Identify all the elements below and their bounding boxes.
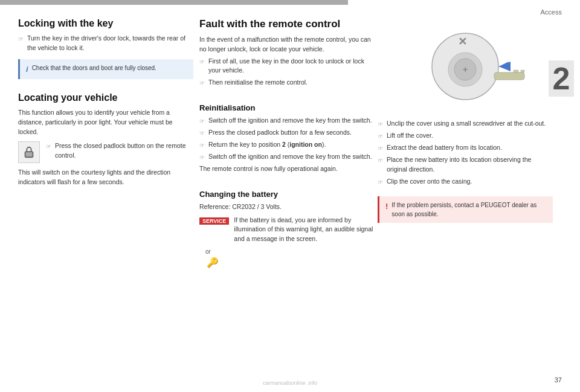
- locking-title: Locking with the key: [18, 18, 193, 29]
- locking-bullet-text: Turn the key in the driver's door lock, …: [27, 34, 193, 53]
- key-diagram: + ✕: [405, 18, 526, 112]
- lock-icon-box: [18, 141, 40, 163]
- locating-footer: This will switch on the courtesy lights …: [18, 168, 193, 187]
- reinit-bullet-text-4: Switch off the ignition and remove the k…: [208, 152, 372, 162]
- fault-bullet-text-1: First of all, use the key in the door lo…: [208, 57, 375, 76]
- key-image-container: + ✕: [378, 18, 553, 113]
- battery-reference: Reference: CR2032 / 3 Volts.: [199, 202, 375, 212]
- bullet-arrow-icon-r3: ☞: [378, 144, 383, 153]
- reinit-bullet-2: ☞ Press the closed padlock button for a …: [199, 128, 375, 138]
- bullet-arrow-icon-2: ☞: [46, 142, 51, 151]
- bullet-arrow-icon-6: ☞: [199, 129, 205, 138]
- reinit-bullet-4: ☞ Switch off the ignition and remove the…: [199, 152, 375, 162]
- reinit-bullet-3: ☞ Return the key to position 2 (ignition…: [199, 140, 375, 150]
- bullet-arrow-icon: ☞: [18, 34, 24, 43]
- reinit-bullet-text-2: Press the closed padlock button for a fe…: [208, 128, 352, 138]
- left-column: Locking with the key ☞ Turn the key in t…: [18, 18, 193, 190]
- lock-icon: [22, 146, 36, 159]
- locking-info-text: Check that the doors and boot are fully …: [32, 63, 156, 72]
- locating-body: This function allows you to identify you…: [18, 108, 193, 137]
- locking-info-box: i Check that the doors and boot are full…: [18, 59, 193, 80]
- right-bullet-text-3: Extract the dead battery from its locati…: [387, 143, 502, 153]
- right-column: + ✕ ☞ Unclip the cover using a small scr…: [378, 18, 553, 229]
- fault-bullet-text-2: Then reinitialise the remote control.: [208, 78, 308, 88]
- page-category: Access: [541, 8, 562, 16]
- warning-box: ! If the problem persists, contact a PEU…: [378, 196, 553, 223]
- battery-intro-text: If the battery is dead, you are informed…: [234, 216, 375, 244]
- right-bullet-text-5: Clip the cover onto the casing.: [387, 177, 472, 187]
- locating-lock-bullet: ☞ Press the closed padlock button on the…: [18, 141, 193, 163]
- reinit-bullet-1: ☞ Switch off the ignition and remove the…: [199, 116, 375, 126]
- fault-intro: In the event of a malfunction with the r…: [199, 35, 375, 54]
- right-bullet-3: ☞ Extract the dead battery from its loca…: [378, 143, 553, 153]
- page-number: 37: [555, 376, 562, 384]
- reinit-section: Reinitialisation ☞ Switch off the igniti…: [199, 103, 375, 174]
- right-bullet-text-4: Place the new battery into its location …: [387, 155, 553, 175]
- reinit-footer: The remote control is now fully operatio…: [199, 164, 375, 174]
- fault-bullet-2: ☞ Then reinitialise the remote control.: [199, 78, 375, 88]
- battery-section: Changing the battery Reference: CR2032 /…: [199, 190, 375, 268]
- info-icon: i: [26, 63, 28, 76]
- bullet-arrow-icon-7: ☞: [199, 141, 205, 150]
- svg-rect-7: [494, 72, 524, 80]
- svg-marker-6: [498, 62, 511, 71]
- reinit-bullet-text-3: Return the key to position 2 (ignition o…: [208, 140, 326, 150]
- bullet-arrow-icon-r1: ☞: [378, 120, 383, 129]
- battery-title: Changing the battery: [199, 190, 375, 199]
- fault-bullet-1: ☞ First of all, use the key in the door …: [199, 57, 375, 76]
- locating-lock-text: ☞ Press the closed padlock button on the…: [46, 141, 193, 161]
- svg-rect-8: [514, 70, 518, 72]
- bullet-arrow-icon-4: ☞: [199, 79, 205, 88]
- fault-title: Fault with the remote control: [199, 18, 375, 30]
- reinit-bullet-text-1: Switch off the ignition and remove the k…: [208, 116, 372, 126]
- key-symbol-icon: 🔑: [207, 257, 219, 268]
- bullet-arrow-icon-r5: ☞: [378, 178, 383, 187]
- right-bullet-5: ☞ Clip the cover onto the casing.: [378, 177, 553, 187]
- right-bullet-text-2: Lift off the cover.: [387, 131, 433, 141]
- svg-text:+: +: [463, 65, 468, 74]
- right-bullet-1: ☞ Unclip the cover using a small screwdr…: [378, 119, 553, 129]
- key-symbol-row: 🔑: [207, 257, 375, 268]
- battery-info-row: SERVICE If the battery is dead, you are …: [199, 216, 375, 246]
- bullet-arrow-icon-r4: ☞: [378, 156, 383, 165]
- right-bullet-text-1: Unclip the cover using a small screwdriv…: [387, 119, 546, 129]
- warning-icon: !: [385, 201, 388, 213]
- svg-rect-0: [25, 152, 33, 157]
- bullet-arrow-icon-8: ☞: [199, 153, 205, 162]
- right-bullet-2: ☞ Lift off the cover.: [378, 131, 553, 141]
- bullet-arrow-icon-r2: ☞: [378, 132, 383, 141]
- fault-section: Fault with the remote control In the eve…: [199, 18, 375, 88]
- service-badge: SERVICE: [199, 217, 229, 225]
- warning-text: If the problem persists, contact a PEUGE…: [392, 201, 547, 219]
- locking-section: Locking with the key ☞ Turn the key in t…: [18, 18, 193, 79]
- reinit-title: Reinitialisation: [199, 103, 375, 112]
- right-bullet-4: ☞ Place the new battery into its locatio…: [378, 155, 553, 175]
- locating-section: Locating your vehicle This function allo…: [18, 92, 193, 187]
- locating-lock-label: Press the closed padlock button on the r…: [55, 141, 193, 161]
- svg-rect-9: [521, 70, 524, 72]
- or-label: or: [205, 248, 375, 255]
- locating-title: Locating your vehicle: [18, 92, 193, 103]
- bullet-arrow-icon-3: ☞: [199, 57, 205, 66]
- bullet-arrow-icon-5: ☞: [199, 117, 205, 126]
- svg-text:✕: ✕: [458, 36, 467, 48]
- top-bar: [0, 0, 580, 5]
- battery-service-col: SERVICE: [199, 216, 231, 225]
- watermark: carmanualsonline .info: [263, 380, 317, 386]
- middle-column: Fault with the remote control In the eve…: [199, 18, 375, 268]
- locking-bullet-1: ☞ Turn the key in the driver's door lock…: [18, 34, 193, 53]
